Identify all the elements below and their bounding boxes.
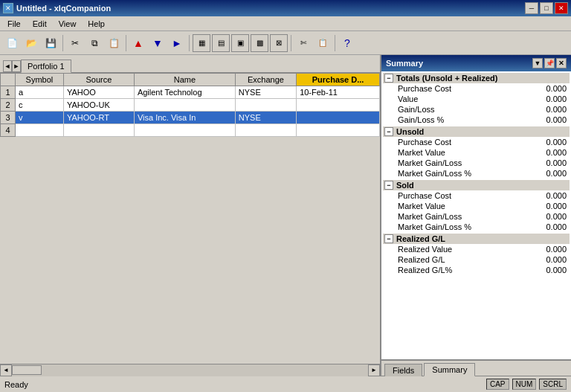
table-row[interactable]: 2cYAHOO-UK [1,99,380,112]
summary-data-row: Realized G/L0.000 [383,254,570,265]
summary-row-value: 0.000 [529,169,567,178]
summary-row-value: 0.000 [529,148,567,157]
source-cell[interactable] [63,124,134,137]
purchase-cell[interactable]: 10-Feb-11 [297,86,380,99]
name-header[interactable]: Name [134,74,235,86]
menu-help[interactable]: Help [83,18,109,30]
cut-button[interactable]: ✂ [66,34,84,52]
section-toggle-icon[interactable]: − [384,234,393,243]
scroll-left-btn[interactable]: ◄ [0,364,12,376]
summary-data-row: Market Value0.000 [383,201,570,211]
portfolio-grid: Symbol Source Name Exchange Purchase D..… [0,73,380,364]
menu-file[interactable]: File [3,18,25,30]
symbol-cell[interactable]: v [16,112,64,124]
symbol-cell[interactable] [16,124,64,137]
summary-close-btn[interactable]: ✕ [556,58,567,68]
minimize-button[interactable]: ─ [525,2,538,14]
summary-section-header[interactable]: −Sold [383,180,570,190]
save-button[interactable]: 💾 [42,34,59,52]
up-button[interactable]: ▲ [129,34,147,52]
action1-button[interactable]: ✄ [294,34,312,52]
fields-tab[interactable]: Fields [384,364,422,376]
table-row[interactable]: 4 [1,124,380,137]
grid5-button[interactable]: ⊠ [270,34,288,52]
grid2-button[interactable]: ▤ [212,34,230,52]
summary-row-value: 0.000 [529,105,567,114]
exchange-cell[interactable]: NYSE [235,112,296,124]
section-label: Totals (Unsold + Realized) [396,74,497,83]
symbol-cell[interactable]: a [16,86,64,99]
row-number[interactable]: 4 [1,124,16,137]
portfolio-tab[interactable]: Portfolio 1 [21,60,71,73]
purchase-cell[interactable] [297,124,380,137]
exchange-cell[interactable]: NYSE [235,86,296,99]
purchase-header[interactable]: Purchase D... [297,74,380,86]
maximize-button[interactable]: □ [540,2,553,14]
menu-edit[interactable]: Edit [28,18,51,30]
summary-tab[interactable]: Summary [424,363,475,376]
source-cell[interactable]: YAHOO [63,86,134,99]
open-button[interactable]: 📂 [22,34,40,52]
menu-view[interactable]: View [54,18,81,30]
close-button[interactable]: ✕ [555,2,568,14]
purchase-cell[interactable] [297,112,380,124]
summary-pin-btn[interactable]: 📌 [544,58,555,68]
scroll-right-btn[interactable]: ► [368,364,380,376]
summary-data-row: Purchase Cost0.000 [383,83,570,94]
grid3-button[interactable]: ▣ [231,34,249,52]
summary-row-label: Realized G/L [398,255,445,264]
title-bar-left: ✕ Untitled - xlqCompanion [3,3,111,13]
source-cell[interactable]: YAHOO-UK [63,99,134,112]
name-cell[interactable]: Agilent Technolog [134,86,235,99]
row-number[interactable]: 1 [1,86,16,99]
down-button[interactable]: ▼ [149,34,167,52]
new-button[interactable]: 📄 [3,34,21,52]
tab-nav-left[interactable]: ◄ [3,60,12,72]
row-number[interactable]: 2 [1,99,16,112]
tab-nav-right[interactable]: ► [12,60,21,72]
summary-dropdown-btn[interactable]: ▼ [532,58,543,68]
symbol-header[interactable]: Symbol [16,74,64,86]
paste-button[interactable]: 📋 [105,34,123,52]
scroll-track[interactable] [12,364,368,376]
purchase-cell[interactable] [297,99,380,112]
source-cell[interactable]: YAHOO-RT [63,112,134,124]
summary-section-header[interactable]: −Unsold [383,126,570,137]
summary-row-label: Market Gain/Loss % [398,222,471,231]
tab-bar: ◄ ► Portfolio 1 [0,55,380,73]
summary-row-value: 0.000 [529,94,567,103]
sep2 [126,35,126,51]
summary-data-row: Market Gain/Loss0.000 [383,211,570,222]
table-row[interactable]: 1aYAHOOAgilent TechnologNYSE10-Feb-11 [1,86,380,99]
action2-button[interactable]: 📋 [314,34,332,52]
scroll-thumb[interactable] [12,365,42,375]
name-cell[interactable] [134,99,235,112]
summary-section-header[interactable]: −Totals (Unsold + Realized) [383,73,570,83]
grid4-button[interactable]: ▩ [251,34,268,52]
help-button[interactable]: ? [338,34,356,52]
section-label: Realized G/L [396,234,445,243]
name-cell[interactable] [134,124,235,137]
row-number[interactable]: 3 [1,112,16,124]
copy-button[interactable]: ⧉ [86,34,103,52]
exchange-cell[interactable] [235,124,296,137]
status-text: Ready [4,380,28,389]
grid1-button[interactable]: ▦ [193,34,210,52]
right-button[interactable]: ► [168,34,186,52]
table-row[interactable]: 3vYAHOO-RTVisa Inc. Visa InNYSE [1,112,380,124]
exchange-header[interactable]: Exchange [235,74,296,86]
section-label: Sold [396,181,414,190]
right-panel: Summary ▼ 📌 ✕ −Totals (Unsold + Realized… [381,55,571,376]
summary-section-header[interactable]: −Realized G/L [383,234,570,244]
section-toggle-icon[interactable]: − [384,127,393,136]
horizontal-scrollbar[interactable]: ◄ ► [0,364,380,376]
summary-row-label: Value [398,94,418,103]
section-toggle-icon[interactable]: − [384,74,393,83]
name-cell[interactable]: Visa Inc. Visa In [134,112,235,124]
exchange-cell[interactable] [235,99,296,112]
summary-row-label: Market Gain/Loss [398,212,462,221]
source-header[interactable]: Source [63,74,134,86]
status-bar: Ready CAP NUM SCRL [0,376,571,392]
symbol-cell[interactable]: c [16,99,64,112]
section-toggle-icon[interactable]: − [384,181,393,190]
